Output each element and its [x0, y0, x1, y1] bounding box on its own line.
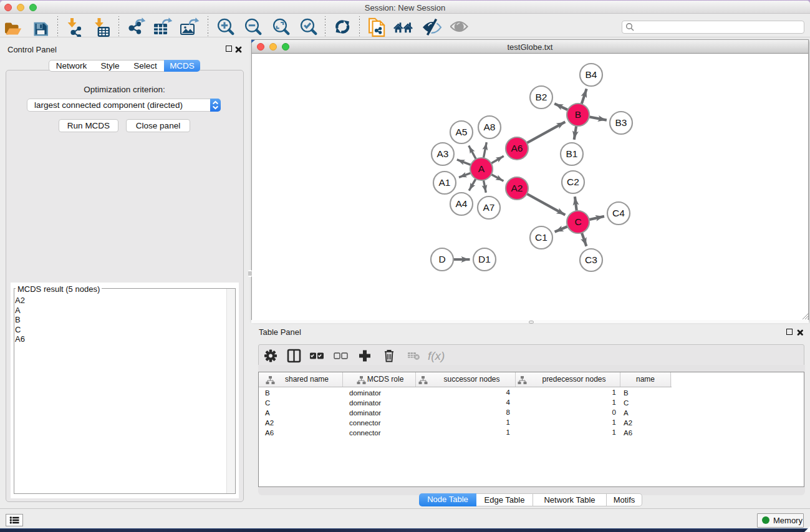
- svg-text:B3: B3: [615, 117, 627, 128]
- svg-text:A8: A8: [484, 122, 496, 132]
- svg-text:B4: B4: [586, 69, 597, 80]
- svg-text:A7: A7: [483, 202, 495, 213]
- svg-text:A: A: [478, 163, 485, 174]
- svg-text:B1: B1: [566, 148, 578, 159]
- svg-text:D: D: [438, 254, 445, 264]
- svg-text:C4: C4: [612, 208, 625, 218]
- svg-text:B2: B2: [536, 92, 547, 102]
- svg-text:C3: C3: [585, 254, 597, 265]
- svg-text:A2: A2: [511, 183, 523, 193]
- svg-text:f(x): f(x): [428, 349, 445, 362]
- svg-text:D1: D1: [478, 254, 491, 264]
- svg-text:A4: A4: [456, 198, 468, 209]
- svg-text:B: B: [575, 109, 581, 120]
- svg-text:A6: A6: [511, 143, 523, 153]
- svg-text:C1: C1: [535, 232, 547, 243]
- svg-text:C2: C2: [567, 177, 579, 187]
- svg-text:A1: A1: [439, 177, 451, 188]
- svg-text:A3: A3: [437, 148, 449, 159]
- svg-text:A5: A5: [456, 127, 468, 137]
- svg-text:C: C: [574, 216, 581, 227]
